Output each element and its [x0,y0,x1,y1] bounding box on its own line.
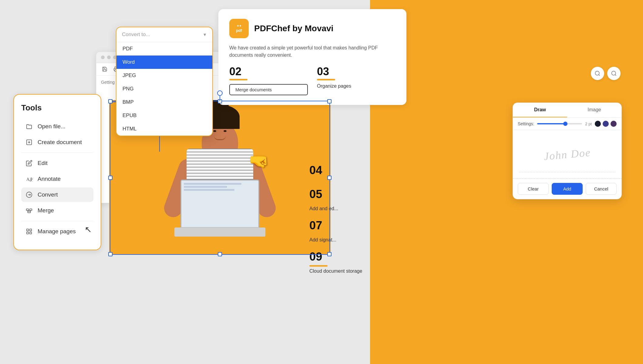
info-panel-description: We have created a simple yet powerful to… [229,44,396,59]
sig-action-buttons: Clear Add Cancel [513,179,621,199]
sig-settings-bar: Settings: 2 pt [513,118,621,130]
feature-04-number: 04 [309,164,400,177]
feature-09: 09 Cloud document storage [309,250,400,274]
sig-color-dark[interactable] [595,121,601,127]
svg-rect-13 [30,232,32,234]
sig-color-blue[interactable] [603,121,609,127]
separator-1 [21,153,93,153]
sig-tab-draw-label: Draw [534,107,546,112]
sig-cancel-button[interactable]: Cancel [586,183,617,195]
sig-placeholder-text: John Doe [543,146,591,163]
svg-line-22 [599,75,600,76]
tool-create-document[interactable]: Create document [21,135,93,150]
person-eye-right [224,130,227,132]
tool-create-document-label: Create document [38,139,82,146]
svg-rect-5 [26,209,29,211]
feature-09-bar [309,265,328,267]
pdf-logo: ✦✦ pdf [229,19,249,38]
merge-docs-button[interactable]: Merge documents [229,84,308,95]
tool-edit[interactable]: Edit [21,156,93,170]
sig-tab-image[interactable]: Image [567,103,621,117]
svg-rect-6 [30,209,32,211]
dropdown-option-pdf[interactable]: PDF [116,42,212,56]
feature-03-bar [317,79,335,80]
dropdown-option-word[interactable]: Word [116,56,212,69]
dropdown-option-png[interactable]: PNG [116,82,212,96]
merge-docs-label: Merge documents [235,87,272,92]
feature-09-number: 09 [309,250,400,263]
convert-icon [25,190,33,199]
folder-icon [25,122,33,131]
tools-panel: Tools Open file... Create document Edit … [13,94,101,250]
tool-edit-label: Edit [38,160,48,167]
sig-brush-size: 2 pt [585,122,592,126]
info-panel-header: ✦✦ pdf PDFChef by Movavi [229,19,396,38]
tool-merge[interactable]: Merge [21,203,93,218]
info-panel-title: PDFChef by Movavi [254,24,333,33]
sig-cancel-label: Cancel [594,186,608,191]
convert-dropdown-header[interactable]: Convert to... ▼ [116,27,212,42]
tool-open-file-label: Open file... [38,123,66,130]
search-icon-1[interactable] [591,67,604,80]
dropdown-option-epub[interactable]: EPUB [116,109,212,122]
dropdown-option-bmp[interactable]: BMP [116,96,212,109]
sig-canvas-area[interactable]: John Doe [513,130,621,179]
grab-cursor-icon: 🤜 [249,152,269,171]
sig-add-button[interactable]: Add [552,183,583,195]
sig-brush-slider[interactable] [537,123,582,124]
tool-convert-label: Convert [38,191,58,198]
feature-03-label: Organize pages [317,83,396,89]
grid-icon [25,227,33,236]
sig-baseline [519,172,615,172]
dropdown-option-html[interactable]: HTML [116,122,212,136]
window-dot-1 [101,56,105,59]
feature-05-bar [309,203,328,204]
feature-03: 03 Organize pages [317,66,396,95]
dropdown-option-jpeg[interactable]: JPEG [116,69,212,82]
info-panel: ✦✦ pdf PDFChef by Movavi We have created… [218,9,406,105]
tool-annotate[interactable]: Aあ Annotate [21,172,93,186]
sig-clear-button[interactable]: Clear [518,183,549,195]
save-icon[interactable] [100,65,109,73]
sig-add-label: Add [563,186,571,191]
sig-slider-thumb[interactable] [563,122,567,126]
feature-05-number: 05 [309,188,400,201]
signature-tabs: Draw Image [513,103,621,118]
sig-tab-draw[interactable]: Draw [513,103,567,117]
svg-text:Aあ: Aあ [26,177,32,182]
sig-settings-label: Settings: [518,121,534,126]
sig-color-purple[interactable] [611,121,617,127]
pdf-logo-icon: ✦✦ [237,24,241,28]
chevron-down-icon: ▼ [203,32,207,37]
feature-02-bar [229,79,247,80]
laptop-base [174,228,265,237]
window-dot-2 [107,56,111,59]
features-grid: 02 Merge documents 03 Organize pages [229,66,396,95]
tool-convert[interactable]: Convert [21,187,93,202]
feature-04-bar [309,179,328,180]
sig-color-palette [595,121,617,127]
tool-manage-pages[interactable]: Manage pages [21,224,93,239]
annotation-icon: Aあ [25,175,33,183]
feature-02-number: 02 [229,66,308,77]
search-icons-area [591,67,621,80]
convert-dropdown-placeholder: Convert to... [122,32,150,38]
search-icon-2[interactable] [607,67,621,80]
sig-clear-label: Clear [528,186,539,191]
tools-panel-title: Tools [21,103,93,113]
laptop-screen [180,180,259,228]
tool-merge-label: Merge [38,207,54,214]
sig-tab-image-label: Image [587,107,601,112]
feature-07-bar [309,234,328,235]
signature-panel: Draw Image Settings: 2 pt John Doe Clear… [513,103,622,199]
mouse-cursor: ↖ [85,224,92,234]
person-eye-left [213,130,216,132]
pencil-icon [25,159,33,167]
svg-rect-11 [30,229,32,231]
feature-05: 05 Add and ed... [309,188,400,211]
tool-open-file[interactable]: Open file... [21,119,93,134]
features-lower-section: 04 05 Add and ed... 07 Add signat... 09 … [309,164,400,274]
feature-07-number: 07 [309,219,400,232]
feature-07: 07 Add signat... [309,219,400,243]
svg-point-21 [595,71,599,75]
